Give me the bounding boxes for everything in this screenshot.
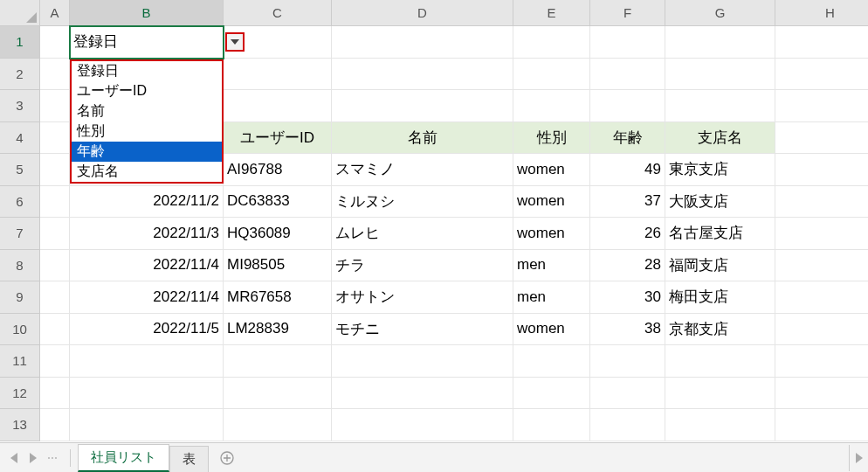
data-validation-dropdown-button[interactable] [225,32,245,52]
dropdown-item[interactable]: 名前 [72,101,222,121]
col-header-C[interactable]: C [224,0,332,26]
dropdown-item[interactable]: 支店名 [72,162,222,182]
cell-G1[interactable] [665,26,775,59]
cell-G8[interactable]: 福岡支店 [665,250,775,282]
cell-C10[interactable]: LM28839 [224,314,332,346]
cell-E4[interactable]: 性別 [513,122,590,155]
tab-nav-prev[interactable] [5,449,23,467]
cell-H3[interactable] [775,90,868,122]
cell-D10[interactable]: モチニ [332,314,513,346]
row-header-5[interactable]: 5 [0,154,40,186]
cell-A2[interactable] [40,59,70,91]
cell-E11[interactable] [513,345,590,378]
row-header-1[interactable]: 1 [0,26,40,59]
row-header-7[interactable]: 7 [0,218,40,250]
cell-F5[interactable]: 49 [590,154,665,186]
cell-G7[interactable]: 名古屋支店 [665,218,775,250]
cell-A12[interactable] [40,378,70,410]
cell-A3[interactable] [40,90,70,122]
row-header-13[interactable]: 13 [0,409,40,441]
cell-D8[interactable]: チラ [332,250,513,282]
cell-C9[interactable]: MR67658 [224,281,332,314]
cell-H10[interactable] [775,314,868,346]
cell-A11[interactable] [40,345,70,378]
cell-D9[interactable]: オサトン [332,281,513,314]
cell-B10[interactable]: 2022/11/5 [70,314,224,346]
cell-G13[interactable] [665,409,775,441]
cell-H1[interactable] [775,26,868,59]
row-header-10[interactable]: 10 [0,314,40,346]
cell-F10[interactable]: 38 [590,314,665,346]
row-header-3[interactable]: 3 [0,90,40,122]
cell-D11[interactable] [332,345,513,378]
cell-E3[interactable] [513,90,590,122]
cell-D2[interactable] [332,59,513,91]
row-header-11[interactable]: 11 [0,345,40,378]
cell-B9[interactable]: 2022/11/4 [70,281,224,314]
cell-A6[interactable] [40,186,70,219]
cell-C6[interactable]: DC63833 [224,186,332,219]
cell-F7[interactable]: 26 [590,218,665,250]
dropdown-item[interactable]: 性別 [72,121,222,142]
row-header-4[interactable]: 4 [0,122,40,155]
col-header-A[interactable]: A [40,0,70,26]
cell-F8[interactable]: 28 [590,250,665,282]
cell-E6[interactable]: women [513,186,590,219]
dropdown-item[interactable]: ユーザーID [72,81,222,101]
cell-C2[interactable] [224,59,332,91]
cell-F6[interactable]: 37 [590,186,665,219]
cell-A4[interactable] [40,122,70,155]
cell-F2[interactable] [590,59,665,91]
cell-H5[interactable] [775,154,868,186]
cell-C4[interactable]: ユーザーID [224,122,332,155]
cell-G4[interactable]: 支店名 [665,122,775,155]
cell-D12[interactable] [332,378,513,410]
cell-H13[interactable] [775,409,868,441]
cell-A7[interactable] [40,218,70,250]
row-header-2[interactable]: 2 [0,59,40,91]
row-header-6[interactable]: 6 [0,186,40,219]
cell-A8[interactable] [40,250,70,282]
cell-H6[interactable] [775,186,868,219]
cell-C11[interactable] [224,345,332,378]
cell-A1[interactable] [40,26,70,59]
cell-F4[interactable]: 年齢 [590,122,665,155]
cell-E7[interactable]: women [513,218,590,250]
tab-scroll-right[interactable] [849,445,868,471]
cell-A5[interactable] [40,154,70,186]
cell-F1[interactable] [590,26,665,59]
cell-F11[interactable] [590,345,665,378]
cell-C7[interactable]: HQ36089 [224,218,332,250]
cell-E5[interactable]: women [513,154,590,186]
cell-E12[interactable] [513,378,590,410]
row-header-8[interactable]: 8 [0,250,40,282]
cell-D5[interactable]: スマミノ [332,154,513,186]
cell-D4[interactable]: 名前 [332,122,513,155]
cell-A13[interactable] [40,409,70,441]
dropdown-item-selected[interactable]: 年齢 [72,142,222,162]
col-header-D[interactable]: D [332,0,513,26]
cell-F12[interactable] [590,378,665,410]
cell-C12[interactable] [224,378,332,410]
cell-D7[interactable]: ムレヒ [332,218,513,250]
cell-F9[interactable]: 30 [590,281,665,314]
cell-B8[interactable]: 2022/11/4 [70,250,224,282]
sheet-tab[interactable]: 表 [169,446,209,472]
cell-C3[interactable] [224,90,332,122]
cell-F13[interactable] [590,409,665,441]
cell-E8[interactable]: men [513,250,590,282]
cell-H9[interactable] [775,281,868,314]
data-validation-dropdown-list[interactable]: 登録日 ユーザーID 名前 性別 年齢 支店名 [70,59,224,184]
cell-B13[interactable] [70,409,224,441]
cell-C13[interactable] [224,409,332,441]
sheet-tab-active[interactable]: 社員リスト [78,444,169,472]
col-header-E[interactable]: E [513,0,590,26]
cell-B7[interactable]: 2022/11/3 [70,218,224,250]
cell-A9[interactable] [40,281,70,314]
cell-C8[interactable]: MI98505 [224,250,332,282]
cell-G3[interactable] [665,90,775,122]
cell-D13[interactable] [332,409,513,441]
cell-B6[interactable]: 2022/11/2 [70,186,224,219]
col-header-B[interactable]: B [70,0,224,26]
cell-H8[interactable] [775,250,868,282]
